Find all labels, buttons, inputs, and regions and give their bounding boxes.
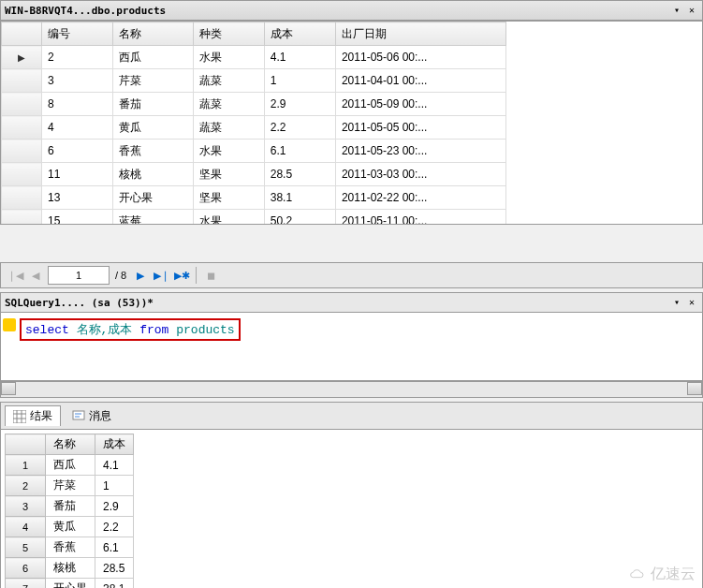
cell-id[interactable]: 15 <box>42 210 113 226</box>
cell-cost[interactable]: 6.1 <box>264 140 335 163</box>
result-row-num[interactable]: 5 <box>6 537 46 558</box>
cell-id[interactable]: 8 <box>42 93 113 116</box>
cell-kind[interactable]: 水果 <box>193 210 264 226</box>
nav-prev-icon[interactable]: ◀ <box>27 267 44 284</box>
result-name[interactable]: 芹菜 <box>46 476 95 496</box>
tab-results[interactable]: 结果 <box>5 405 61 426</box>
cell-cost[interactable]: 1 <box>264 69 335 93</box>
cell-kind[interactable]: 蔬菜 <box>193 69 264 93</box>
table-row[interactable]: 3 芹菜 蔬菜 1 2011-04-01 00:... <box>2 69 506 93</box>
cell-date[interactable]: 2011-05-11 00:... <box>335 210 505 226</box>
cell-kind[interactable]: 水果 <box>193 140 264 163</box>
nav-stop-icon[interactable]: ◼ <box>202 267 219 284</box>
table-row[interactable]: 11 核桃 坚果 28.5 2011-03-03 00:... <box>2 163 506 186</box>
cell-name[interactable]: 黄瓜 <box>113 116 193 140</box>
result-row[interactable]: 1 西瓜 4.1 <box>6 455 134 476</box>
row-selector[interactable] <box>2 140 42 163</box>
cell-kind[interactable]: 坚果 <box>193 186 264 210</box>
row-selector[interactable] <box>2 210 42 226</box>
table-row[interactable]: 13 开心果 坚果 38.1 2011-02-22 00:... <box>2 186 506 210</box>
cell-name[interactable]: 芹菜 <box>113 69 193 93</box>
table-row[interactable]: 4 黄瓜 蔬菜 2.2 2011-05-05 00:... <box>2 116 506 140</box>
window-close-icon[interactable]: ✕ <box>685 4 698 17</box>
table-row[interactable]: 15 蓝莓 水果 50.2 2011-05-11 00:... <box>2 210 506 226</box>
cell-name[interactable]: 香蕉 <box>113 140 193 163</box>
row-selector[interactable] <box>2 186 42 210</box>
cell-id[interactable]: 3 <box>42 69 113 93</box>
cell-kind[interactable]: 蔬菜 <box>193 93 264 116</box>
cell-name[interactable]: 番茄 <box>113 93 193 116</box>
results-table[interactable]: 名称 成本 1 西瓜 4.12 芹菜 13 番茄 2.94 黄瓜 2.25 香蕉… <box>5 434 134 588</box>
cell-id[interactable]: 4 <box>42 116 113 140</box>
col-id[interactable]: 编号 <box>42 22 113 46</box>
rcol-name[interactable]: 名称 <box>46 434 95 455</box>
cell-id[interactable]: 13 <box>42 186 113 210</box>
nav-new-icon[interactable]: ▶✱ <box>173 267 190 284</box>
cell-name[interactable]: 核桃 <box>113 163 193 186</box>
col-cost[interactable]: 成本 <box>264 22 335 46</box>
result-row[interactable]: 2 芹菜 1 <box>6 476 134 496</box>
cell-id[interactable]: 2 <box>42 46 113 69</box>
result-name[interactable]: 番茄 <box>46 496 95 517</box>
cell-kind[interactable]: 水果 <box>193 46 264 69</box>
cell-cost[interactable]: 38.1 <box>264 186 335 210</box>
row-selector[interactable] <box>2 163 42 186</box>
row-selector[interactable] <box>2 116 42 140</box>
cell-date[interactable]: 2011-05-09 00:... <box>335 93 505 116</box>
nav-next-icon[interactable]: ▶ <box>132 267 149 284</box>
result-row-num[interactable]: 3 <box>6 496 46 517</box>
result-name[interactable]: 开心果 <box>46 579 95 589</box>
cell-date[interactable]: 2011-05-23 00:... <box>335 140 505 163</box>
cell-date[interactable]: 2011-05-05 00:... <box>335 116 505 140</box>
table-row[interactable]: 8 番茄 蔬菜 2.9 2011-05-09 00:... <box>2 93 506 116</box>
cell-date[interactable]: 2011-04-01 00:... <box>335 69 505 93</box>
result-row[interactable]: 5 香蕉 6.1 <box>6 537 134 558</box>
query-dropdown-icon[interactable]: ▾ <box>670 296 683 309</box>
cell-cost[interactable]: 2.9 <box>264 93 335 116</box>
cell-cost[interactable]: 50.2 <box>264 210 335 226</box>
cell-kind[interactable]: 蔬菜 <box>193 116 264 140</box>
cell-name[interactable]: 西瓜 <box>113 46 193 69</box>
result-name[interactable]: 香蕉 <box>46 537 95 558</box>
nav-last-icon[interactable]: ▶❘ <box>153 267 169 284</box>
col-date[interactable]: 出厂日期 <box>335 22 505 46</box>
result-cost[interactable]: 1 <box>95 476 134 496</box>
sql-editor[interactable]: select 名称,成本 from products <box>0 313 703 381</box>
cell-cost[interactable]: 4.1 <box>264 46 335 69</box>
table-row[interactable]: 2 西瓜 水果 4.1 2011-05-06 00:... <box>2 46 506 69</box>
result-row-num[interactable]: 7 <box>6 579 46 589</box>
result-row[interactable]: 6 核桃 28.5 <box>6 558 134 579</box>
result-name[interactable]: 核桃 <box>46 558 95 579</box>
cell-kind[interactable]: 坚果 <box>193 163 264 186</box>
cell-cost[interactable]: 28.5 <box>264 163 335 186</box>
cell-name[interactable]: 开心果 <box>113 186 193 210</box>
result-cost[interactable]: 2.2 <box>95 517 134 537</box>
result-cost[interactable]: 6.1 <box>95 537 134 558</box>
row-selector[interactable] <box>2 46 42 69</box>
result-row[interactable]: 4 黄瓜 2.2 <box>6 517 134 537</box>
table-row[interactable]: 6 香蕉 水果 6.1 2011-05-23 00:... <box>2 140 506 163</box>
nav-first-icon[interactable]: ❘◀ <box>7 267 23 284</box>
rcol-cost[interactable]: 成本 <box>95 434 134 455</box>
result-row[interactable]: 7 开心果 38.1 <box>6 579 134 589</box>
query-tab-title[interactable]: SQLQuery1.... (sa (53))* <box>5 297 668 309</box>
cell-date[interactable]: 2011-03-03 00:... <box>335 163 505 186</box>
editor-horizontal-scrollbar[interactable] <box>0 381 703 398</box>
products-table[interactable]: 编号 名称 种类 成本 出厂日期 2 西瓜 水果 4.1 2011-05-06 … <box>1 22 506 225</box>
result-row[interactable]: 3 番茄 2.9 <box>6 496 134 517</box>
result-cost[interactable]: 38.1 <box>95 579 134 589</box>
cell-date[interactable]: 2011-02-22 00:... <box>335 186 505 210</box>
col-kind[interactable]: 种类 <box>193 22 264 46</box>
cell-cost[interactable]: 2.2 <box>264 116 335 140</box>
cell-id[interactable]: 6 <box>42 140 113 163</box>
result-row-num[interactable]: 2 <box>6 476 46 496</box>
nav-position-input[interactable] <box>48 266 110 285</box>
result-cost[interactable]: 2.9 <box>95 496 134 517</box>
result-row-num[interactable]: 1 <box>6 455 46 476</box>
tab-messages[interactable]: 消息 <box>65 406 119 426</box>
result-name[interactable]: 西瓜 <box>46 455 95 476</box>
result-name[interactable]: 黄瓜 <box>46 517 95 537</box>
col-name[interactable]: 名称 <box>113 22 193 46</box>
query-close-icon[interactable]: ✕ <box>685 296 698 309</box>
cell-id[interactable]: 11 <box>42 163 113 186</box>
